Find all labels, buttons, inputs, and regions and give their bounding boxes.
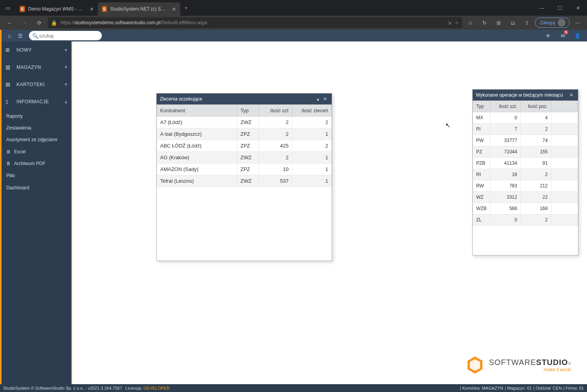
sidebar-sub-dashboard[interactable]: Dashboard	[2, 182, 71, 194]
tab-favicon: S	[102, 6, 107, 12]
table-row[interactable]: ZL02	[473, 214, 578, 226]
app-topbar: ⌂ ☰ 🔍 ✈ ✉5 👤	[2, 30, 587, 41]
col-ilosc-zlecen[interactable]: Ilość zleceń	[292, 105, 332, 117]
tab-title: Demo Magazyn WMS - Demo o	[28, 6, 85, 12]
tab-close-icon[interactable]: ✕	[90, 6, 94, 12]
sidebar-sub-excel[interactable]: 🗎Excel	[2, 146, 71, 158]
nav-reload-button[interactable]: ⟳	[33, 17, 45, 28]
nav-back-button[interactable]: ←	[3, 17, 16, 28]
user-icon[interactable]: 👤	[573, 31, 582, 40]
table-row[interactable]: PZ71044155	[473, 146, 578, 158]
tab-favicon: S	[20, 6, 25, 12]
softwarestudio-logo: SOFTWARESTUDIO® make it work!	[465, 355, 571, 375]
nav-forward-button[interactable]: →	[18, 17, 31, 28]
table-row[interactable]: PZB4113491	[473, 158, 578, 169]
col-spacer	[551, 101, 578, 112]
sidebar-sub-archiwum[interactable]: 🗎Archiwum PDF	[2, 158, 71, 169]
pdf-icon: 🗎	[6, 161, 11, 166]
table-row[interactable]: RW783212	[473, 180, 578, 192]
widget-title: Wykonane operacje w bieżącym miesiącu	[476, 92, 568, 98]
table-row[interactable]: A-bat (Bydgoszcz)ZPZ21	[157, 128, 332, 140]
warehouse-icon: ▥	[5, 64, 13, 70]
takeoff-icon[interactable]: ✈	[543, 31, 553, 40]
table-row[interactable]: Tefral (Leszno)ZWZ5371	[157, 175, 332, 187]
sidebar-item-nowy[interactable]: ⊞ NOWY ▾	[2, 41, 71, 59]
sidebar: ⊞ NOWY ▾ ▥ MAGAZYN ▾ ▤ KARTOTEKI ▾ ▯ INF…	[2, 30, 72, 384]
footer-copyright: StudioSystem © SoftwareStudio Sp. z o.o.…	[3, 386, 122, 390]
table-row[interactable]: WZB586168	[473, 203, 578, 214]
more-icon[interactable]: ⋯	[571, 17, 584, 28]
window-minimize[interactable]: ―	[533, 0, 551, 15]
tracking-icon[interactable]: ✧	[455, 20, 459, 26]
col-ilosc-poz[interactable]: Ilość poz.	[520, 101, 551, 112]
search-box[interactable]: 🔍	[29, 31, 102, 40]
chevron-up-icon: ▴	[65, 99, 67, 104]
extensions-icon[interactable]: ⊞	[493, 17, 505, 28]
table-row[interactable]: WZ331222	[473, 192, 578, 203]
table-row[interactable]: A7 (Łódź)ZWZ22	[157, 117, 332, 128]
avatar-icon	[558, 19, 565, 27]
window-close[interactable]: ✕	[569, 0, 587, 15]
cards-icon: ▤	[5, 81, 13, 87]
home-icon[interactable]: ⌂	[5, 31, 14, 40]
login-button[interactable]: Zaloguj	[535, 18, 570, 28]
widget-zlecenia-oczekujace: Zlecenia oczekujące ▴ ✕ Kontrahent Typ I…	[156, 93, 332, 261]
col-kontrahent[interactable]: Kontrahent	[157, 105, 237, 117]
widget-close-icon[interactable]: ✕	[321, 95, 329, 102]
sidebar-sub-raporty[interactable]: Raporty	[2, 110, 71, 122]
table-row[interactable]: MX04	[473, 112, 578, 124]
share-icon[interactable]: ⇪	[521, 17, 533, 28]
widget-wykonane-operacje: Wykonane operacje w bieżącym miesiącu ✕ …	[472, 89, 578, 255]
plus-icon: ⊞	[5, 47, 13, 53]
browser-tab-2[interactable]: S StudioSystem.NET (c) SoftwareSt ✕	[98, 2, 180, 16]
col-typ[interactable]: Typ	[237, 105, 259, 117]
chevron-down-icon: ▾	[65, 81, 67, 87]
table-row[interactable]: AMAZON (Sady)ZPZ101	[157, 164, 332, 175]
collections-icon[interactable]: 🗂	[507, 17, 519, 28]
content-area: Zlecenia oczekujące ▴ ✕ Kontrahent Typ I…	[72, 30, 587, 384]
reader-icon[interactable]: ⇲	[447, 20, 452, 26]
mail-badge: 5	[564, 30, 568, 34]
sidebar-sub-zestawienia[interactable]: Zestawienia	[2, 122, 71, 134]
table-row[interactable]: RI162	[473, 169, 578, 180]
col-ilosc-szt[interactable]: Ilość szt	[259, 105, 292, 117]
tabs-overview-icon[interactable]: ▭	[0, 0, 16, 15]
mail-icon[interactable]: ✉5	[558, 31, 567, 40]
history-icon[interactable]: ↻	[479, 17, 491, 28]
table-row[interactable]: ABC ŁÓDŹ (Łódź)ZPZ4252	[157, 140, 332, 152]
widget-minimize-icon[interactable]: ▴	[314, 95, 321, 102]
favorite-icon[interactable]: ✩	[464, 17, 477, 28]
widget2-table: Typ Ilość szt. Ilość poz. MX04PI72PW3377…	[473, 101, 578, 226]
tab-close-icon[interactable]: ✕	[172, 6, 176, 12]
widget-close-icon[interactable]: ✕	[568, 92, 575, 99]
chevron-down-icon: ▾	[65, 47, 67, 53]
window-maximize[interactable]: ☐	[551, 0, 569, 15]
mouse-cursor-icon: ↖	[445, 122, 450, 129]
tab-title: StudioSystem.NET (c) SoftwareSt	[110, 6, 167, 12]
excel-icon: 🗎	[6, 149, 11, 155]
search-input[interactable]	[39, 33, 98, 39]
status-bar: StudioSystem © SoftwareStudio Sp. z o.o.…	[0, 384, 587, 392]
widget1-table: Kontrahent Typ Ilość szt Ilość zleceń A7…	[157, 104, 332, 187]
sidebar-item-informacje[interactable]: ▯ INFORMACJE ▴	[2, 93, 71, 110]
lock-icon: 🔒	[51, 20, 57, 26]
table-row[interactable]: AG (Kraków)ZWZ21	[157, 152, 332, 164]
widget-title: Zlecenia oczekujące	[160, 96, 314, 102]
browser-tab-1[interactable]: S Demo Magazyn WMS - Demo o ✕	[16, 2, 98, 16]
sidebar-sub-pliki[interactable]: Pliki	[2, 170, 71, 182]
new-tab-button[interactable]: ＋	[180, 4, 192, 11]
chevron-down-icon: ▾	[65, 64, 67, 70]
sidebar-item-kartoteki[interactable]: ▤ KARTOTEKI ▾	[2, 76, 71, 93]
menu-toggle-icon[interactable]: ☰	[16, 31, 25, 40]
logo-mark-icon	[465, 355, 485, 375]
sidebar-item-magazyn[interactable]: ▥ MAGAZYN ▾	[2, 59, 71, 76]
search-icon[interactable]: 🔍	[31, 32, 39, 40]
sidebar-sub-asortyment[interactable]: Asortyment ze zdjęciami	[2, 134, 71, 146]
address-bar[interactable]: 🔒 https://studiosystemdemo.softwarestudi…	[48, 17, 462, 28]
table-row[interactable]: PI72	[473, 124, 578, 135]
footer-license: DEVELOPER	[144, 386, 170, 390]
document-icon: ▯	[5, 99, 13, 104]
col-typ[interactable]: Typ	[473, 101, 490, 112]
col-ilosc-szt[interactable]: Ilość szt.	[490, 101, 520, 112]
table-row[interactable]: PW3377774	[473, 135, 578, 146]
